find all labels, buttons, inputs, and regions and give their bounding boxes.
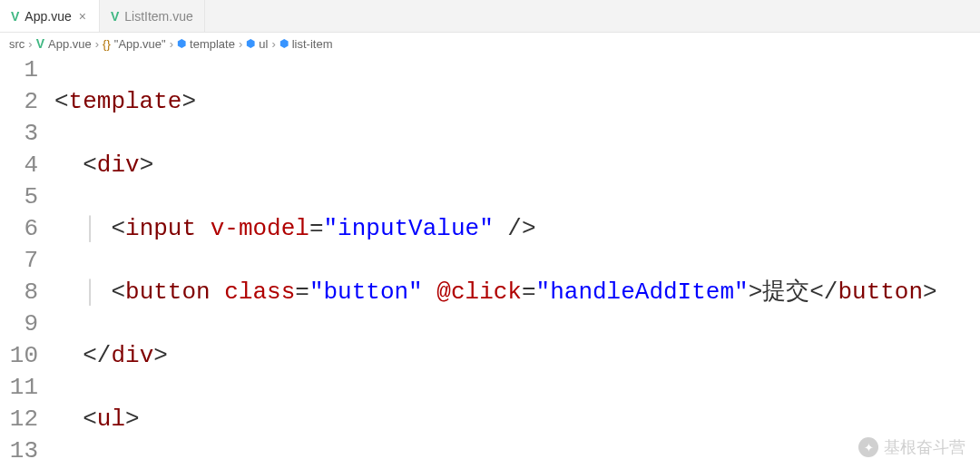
vue-icon: V: [36, 36, 44, 51]
tab-listitem-vue[interactable]: V ListItem.vue: [100, 0, 205, 32]
chevron-right-icon: ›: [271, 37, 275, 51]
wechat-icon: ✦: [858, 437, 878, 457]
breadcrumb-item[interactable]: ⬢template: [177, 37, 235, 51]
line-number: 6: [9, 213, 38, 245]
watermark-text: 基根奋斗营: [884, 436, 965, 458]
code-line: │ <input v-model="inputValue" />: [54, 213, 937, 245]
breadcrumb-item[interactable]: ⬢list-item: [279, 37, 333, 51]
code-line: <ul>: [54, 404, 937, 435]
tab-label: App.vue: [24, 9, 71, 24]
vue-icon: V: [111, 9, 119, 24]
line-number: 3: [9, 118, 38, 150]
breadcrumb-item[interactable]: {}"App.vue": [103, 37, 166, 51]
line-number: 1: [9, 54, 38, 86]
line-number: 11: [9, 372, 38, 404]
code-line: <div>: [54, 150, 937, 181]
watermark: ✦ 基根奋斗营: [858, 436, 965, 458]
close-icon[interactable]: ×: [77, 9, 88, 24]
line-number: 13: [9, 435, 38, 467]
chevron-right-icon: ›: [239, 37, 242, 51]
tab-app-vue[interactable]: V App.vue ×: [0, 0, 100, 32]
tab-label: ListItem.vue: [124, 9, 192, 24]
chevron-right-icon: ›: [95, 37, 99, 51]
breadcrumb-item[interactable]: src: [9, 37, 24, 51]
code-content[interactable]: <template> <div> │ <input v-model="input…: [54, 54, 937, 469]
line-number: 2: [9, 86, 38, 118]
code-line: │ <button class="button" @click="handleA…: [54, 277, 937, 308]
breadcrumb: src › VApp.vue › {}"App.vue" › ⬢template…: [0, 33, 980, 54]
breadcrumb-item[interactable]: VApp.vue: [36, 36, 92, 51]
code-line: <template>: [54, 86, 937, 118]
line-number: 12: [9, 404, 38, 435]
cube-icon: ⬢: [279, 37, 289, 50]
cube-icon: ⬢: [246, 37, 255, 50]
tab-bar: V App.vue × V ListItem.vue: [0, 0, 980, 33]
line-number: 7: [9, 245, 38, 277]
line-number: 9: [9, 308, 38, 340]
code-editor[interactable]: 1 2 3 4 5 6 7 8 9 10 11 12 13 <template>…: [0, 54, 980, 469]
cube-icon: ⬢: [177, 37, 186, 50]
line-gutter: 1 2 3 4 5 6 7 8 9 10 11 12 13: [0, 54, 54, 469]
braces-icon: {}: [103, 37, 111, 51]
chevron-right-icon: ›: [28, 37, 32, 51]
chevron-right-icon: ›: [170, 37, 173, 51]
breadcrumb-item[interactable]: ⬢ul: [246, 37, 268, 51]
code-line: </div>: [54, 340, 937, 372]
line-number: 10: [9, 340, 38, 372]
line-number: 8: [9, 277, 38, 308]
line-number: 4: [9, 150, 38, 181]
line-number: 5: [9, 181, 38, 213]
vue-icon: V: [11, 9, 19, 24]
